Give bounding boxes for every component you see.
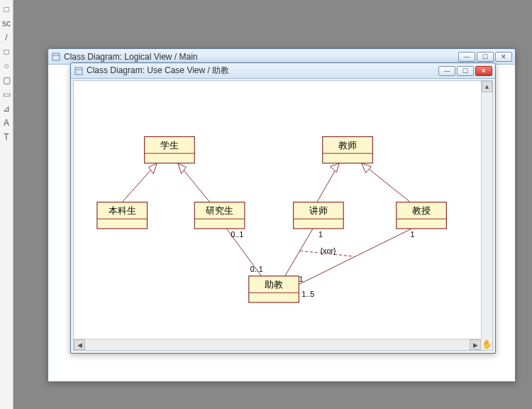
mult-ta-prof-end: 1: [299, 275, 303, 283]
mult-lecturer-end: 1: [318, 230, 323, 239]
scroll-up-icon[interactable]: ▲: [482, 81, 492, 92]
mult-ta-lect-end: 1..5: [301, 290, 314, 298]
svg-text:讲师: 讲师: [309, 205, 328, 216]
svg-rect-2: [75, 67, 82, 75]
window-icon: [51, 52, 61, 62]
class-student[interactable]: 学生: [145, 136, 195, 163]
tool-icon[interactable]: □: [1, 47, 11, 57]
svg-rect-0: [52, 53, 60, 60]
tool-icon[interactable]: A: [1, 118, 11, 128]
tool-icon[interactable]: ▭: [1, 89, 11, 99]
maximize-button[interactable]: ☐: [457, 66, 474, 76]
class-grad[interactable]: 研究生: [194, 202, 245, 229]
minimize-button[interactable]: —: [438, 66, 455, 76]
assoc-edge-ta-lecturer[interactable]: [285, 229, 313, 276]
svg-text:助教: 助教: [265, 279, 283, 290]
tool-icon[interactable]: □: [1, 4, 11, 14]
tool-icon[interactable]: T: [1, 132, 11, 142]
class-teacher[interactable]: 教师: [323, 136, 373, 163]
uml-diagram-svg: {xor} 0..1 0..1 1 1..5 1 1 学生 本科生: [74, 81, 481, 339]
mult-grad-end: 0..1: [231, 230, 243, 239]
window-buttons-outer: — ☐ ✕: [458, 52, 512, 62]
scroll-right-icon[interactable]: ▶: [470, 339, 481, 350]
class-undergrad[interactable]: 本科生: [97, 202, 148, 229]
maximize-button[interactable]: ☐: [477, 52, 494, 62]
class-lecturer[interactable]: 讲师: [294, 202, 344, 229]
assoc-edge-ta-professor[interactable]: [299, 229, 411, 284]
svg-text:教授: 教授: [412, 205, 431, 216]
class-professor[interactable]: 教授: [397, 202, 447, 229]
tool-icon[interactable]: /: [1, 33, 11, 43]
close-button[interactable]: ✕: [495, 52, 512, 62]
minimize-button[interactable]: —: [458, 52, 475, 62]
window-icon: [74, 66, 84, 76]
svg-text:学生: 学生: [160, 140, 179, 151]
mult-prof-end: 1: [410, 230, 414, 239]
tool-icon[interactable]: ○: [1, 61, 11, 71]
class-ta[interactable]: 助教: [249, 276, 299, 302]
svg-text:本科生: 本科生: [109, 205, 136, 216]
scroll-left-icon[interactable]: ◀: [74, 339, 85, 350]
tool-icon[interactable]: ▢: [1, 75, 11, 85]
diagram-canvas[interactable]: {xor} 0..1 0..1 1 1..5 1 1 学生 本科生: [74, 81, 481, 339]
svg-text:研究生: 研究生: [206, 205, 233, 216]
arrowhead-icon: [331, 163, 340, 173]
horizontal-scrollbar[interactable]: ◀ ▶: [74, 339, 481, 350]
vertical-scrollbar[interactable]: ▲: [481, 81, 492, 339]
tool-icon[interactable]: ⊿: [1, 104, 11, 114]
xor-constraint-label: {xor}: [321, 246, 337, 255]
window-buttons-inner: — ☐ ✕: [438, 66, 492, 76]
window-title-inner: Class Diagram: Use Case View / 助教: [87, 65, 438, 77]
left-toolbar: □ sc / □ ○ ▢ ▭ ⊿ A T: [0, 0, 13, 409]
arrowhead-icon: [362, 163, 372, 173]
pan-hand-icon[interactable]: ✋: [481, 339, 492, 350]
window-title-outer: Class Diagram: Logical View / Main: [64, 52, 458, 62]
close-button[interactable]: ✕: [475, 66, 492, 76]
svg-text:教师: 教师: [338, 140, 357, 151]
arrowhead-icon: [149, 163, 157, 174]
tool-icon[interactable]: sc: [1, 18, 11, 28]
mult-ta-grad-end: 0..1: [250, 265, 263, 273]
diagram-client-area: {xor} 0..1 0..1 1 1..5 1 1 学生 本科生: [73, 80, 493, 351]
window-use-case-view: Class Diagram: Use Case View / 助教 — ☐ ✕: [70, 62, 496, 354]
titlebar-inner[interactable]: Class Diagram: Use Case View / 助教 — ☐ ✕: [71, 63, 495, 79]
